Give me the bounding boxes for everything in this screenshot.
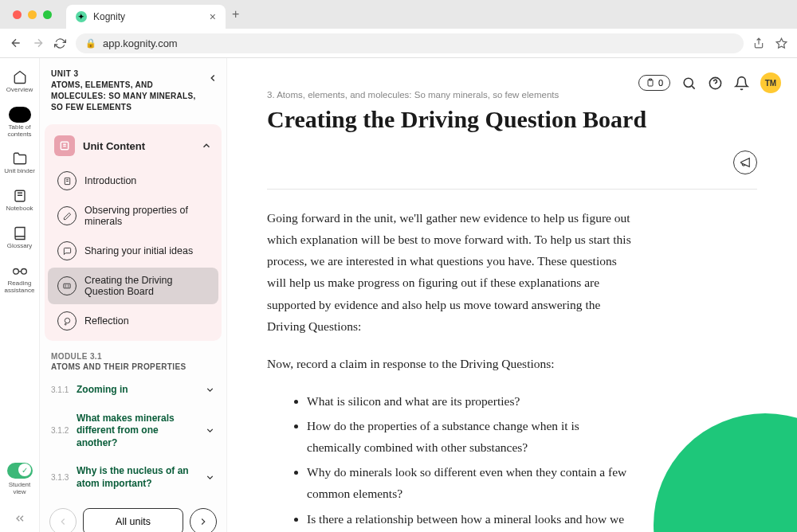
toc-introduction[interactable]: Introduction [48,164,218,198]
bookmark-icon[interactable] [775,37,787,49]
book-icon [12,225,28,241]
rail-overview[interactable]: Overview [0,65,39,99]
rail-label: Glossary [7,243,33,250]
announce-button[interactable] [733,151,757,174]
module-number: MODULE 3.1 [51,352,215,361]
body-paragraph: Going forward in the unit, we'll gather … [267,207,634,337]
rail-label: Notebook [6,205,33,213]
folder-icon [12,151,28,166]
help-button[interactable] [708,76,723,91]
lesson-title: What makes minerals different from one a… [77,413,198,450]
minimize-window[interactable] [28,10,37,19]
board-icon [57,276,77,295]
module-header: MODULE 3.1 ATOMS AND THEIR PROPERTIES [40,341,226,376]
toggle-icon [7,463,33,479]
rail-toc[interactable]: Table of contents [0,102,39,143]
svg-point-6 [65,318,69,323]
toc-driving-question[interactable]: Creating the Driving Question Board [48,268,218,304]
assignment-count: 0 [658,78,663,88]
browser-tab[interactable]: ✦ Kognity × [66,5,226,29]
content-icon [54,135,75,156]
toc-label: Introduction [84,175,136,186]
rail-label: Reading assistance [2,280,37,295]
unit-number: UNIT 3 [51,69,202,78]
student-view-toggle[interactable]: Student view [0,458,39,501]
collapse-rail-button[interactable] [14,512,26,525]
main-content: 0 TM 3. Atoms, elements, and molecules: … [227,58,797,532]
notebook-icon [12,188,28,204]
lock-icon: 🔒 [85,38,96,49]
pencil-icon [57,206,77,225]
svg-rect-0 [15,190,25,201]
top-actions: 0 TM [638,72,781,93]
close-tab-icon[interactable]: × [210,10,216,23]
nav-rail: Overview Table of contents Unit binder N… [0,58,40,532]
rail-label: Table of contents [2,124,37,139]
prev-button[interactable] [49,508,77,532]
unit-header[interactable]: UNIT 3 ATOMS, ELEMENTS, AND MOLECULES: S… [40,58,226,124]
list-item: Why do minerals look so different even w… [307,461,634,504]
chat-icon [57,241,77,260]
all-units-button[interactable]: All units [83,508,183,532]
toc-label: Sharing your initial ideas [84,245,193,256]
forward-button[interactable] [32,37,45,49]
lesson-number: 3.1.3 [51,473,70,482]
favicon-icon: ✦ [76,11,87,22]
driving-questions-list: What is silicon and what are its propert… [267,390,634,532]
rail-reading-assist[interactable]: Reading assistance [0,258,39,299]
notifications-button[interactable] [734,76,749,91]
unit-content-section: Unit Content Introduction Observing prop… [45,124,222,341]
chevron-left-icon[interactable] [207,72,218,84]
module-title: ATOMS AND THEIR PROPERTIES [51,362,215,371]
lesson-number: 3.1.2 [51,426,70,435]
share-icon[interactable] [753,37,764,49]
clipboard-icon [646,78,655,88]
browser-chrome: ✦ Kognity × + 🔒 app.kognity.com [0,0,797,58]
home-icon [12,69,28,85]
chevron-up-icon [201,140,212,151]
chevron-down-icon [205,385,215,395]
tab-title: Kognity [93,11,203,22]
chevron-down-icon [205,472,215,483]
list-item: How do the properties of a substance cha… [307,415,634,458]
rail-label: Overview [6,87,33,94]
thought-icon [57,311,77,331]
rail-notebook[interactable]: Notebook [0,183,39,217]
section-title: Unit Content [83,140,193,152]
reload-button[interactable] [54,37,66,49]
rail-glossary[interactable]: Glossary [0,221,39,255]
lesson-zooming-in[interactable]: 3.1.1 Zooming in [40,376,226,405]
close-window[interactable] [13,10,22,19]
toc-label: Creating the Driving Question Board [84,275,209,297]
next-button[interactable] [190,508,217,532]
lesson-minerals-different[interactable]: 3.1.2 What makes minerals different from… [40,405,226,458]
toc-sharing[interactable]: Sharing your initial ideas [48,234,218,268]
address-bar: 🔒 app.kognity.com [0,29,797,57]
rail-unit-binder[interactable]: Unit binder [0,146,39,180]
new-tab-button[interactable]: + [232,7,239,22]
svg-point-2 [21,268,26,274]
assignments-button[interactable]: 0 [638,75,670,91]
unit-title: ATOMS, ELEMENTS, AND MOLECULES: SO MANY … [51,80,202,113]
lesson-nucleus[interactable]: 3.1.3 Why is the nucleus of an atom impo… [40,457,226,498]
body-paragraph: Now, record a claim in response to the D… [267,353,634,374]
back-button[interactable] [10,37,22,49]
toc-reflection[interactable]: Reflection [48,304,218,338]
toc-label: Reflection [84,315,129,327]
url-input[interactable]: 🔒 app.kognity.com [76,33,744,53]
svg-rect-5 [64,284,70,288]
page-title: Creating the Driving Question Board [267,106,757,133]
glasses-icon [12,263,28,279]
unit-content-header[interactable]: Unit Content [45,127,222,164]
user-avatar[interactable]: TM [760,72,781,93]
divider [267,189,757,190]
rail-label: Unit binder [4,168,35,175]
sidebar-footer: All units [40,499,226,532]
sidebar: UNIT 3 ATOMS, ELEMENTS, AND MOLECULES: S… [40,58,227,532]
rail-label: Student view [2,482,37,496]
toc-icon [9,107,31,123]
search-button[interactable] [681,76,697,91]
toc-observing[interactable]: Observing properties of minerals [48,198,218,234]
maximize-window[interactable] [43,10,52,19]
tab-bar: ✦ Kognity × + [0,0,797,29]
